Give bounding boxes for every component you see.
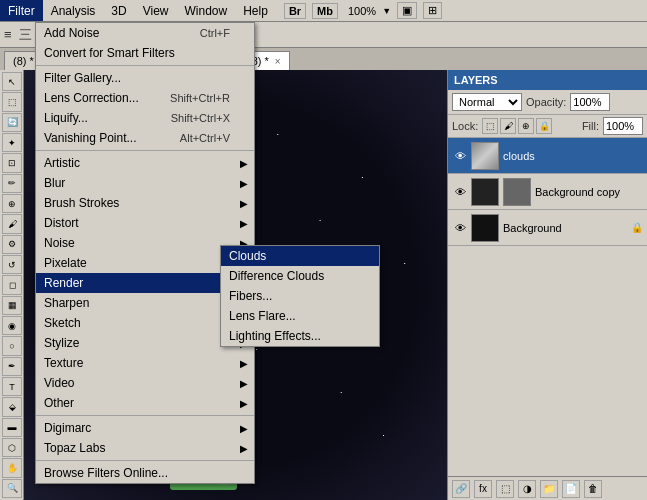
tool-eyedropper[interactable]: ✏ <box>2 174 22 193</box>
tool-dodge[interactable]: ○ <box>2 336 22 355</box>
divider-2 <box>36 150 254 151</box>
clouds-visibility-icon[interactable]: 👁 <box>452 148 468 164</box>
menubar-view[interactable]: View <box>135 0 177 21</box>
menu-filter-gallery[interactable]: Filter Gallery... <box>36 68 254 88</box>
layer-row-background[interactable]: 👁 Background 🔒 <box>448 210 647 246</box>
menubar-3d[interactable]: 3D <box>103 0 134 21</box>
menu-other[interactable]: Other ▶ <box>36 393 254 413</box>
other-label: Other <box>44 396 74 410</box>
bridge-icon[interactable]: Br <box>284 3 306 19</box>
divider-1 <box>36 65 254 66</box>
layers-title: LAYERS <box>454 74 498 86</box>
tool-history[interactable]: ↺ <box>2 255 22 274</box>
menu-texture[interactable]: Texture ▶ <box>36 353 254 373</box>
lighting-effects-label: Lighting Effects... <box>229 329 321 343</box>
menu-blur[interactable]: Blur ▶ <box>36 173 254 193</box>
menu-add-noise[interactable]: Add Noise Ctrl+F <box>36 23 254 43</box>
menubar-window[interactable]: Window <box>177 0 236 21</box>
tool-gradient[interactable]: ▦ <box>2 296 22 315</box>
tool-blur[interactable]: ◉ <box>2 316 22 335</box>
bg-visibility-icon[interactable]: 👁 <box>452 220 468 236</box>
layers-panel-content: LAYERS Normal Opacity: Lock: ⬚ 🖌 ⊕ 🔒 Fil… <box>448 70 647 500</box>
menu-topaz[interactable]: Topaz Labs ▶ <box>36 438 254 458</box>
media-icon[interactable]: Mb <box>312 3 338 19</box>
blend-mode-select[interactable]: Normal <box>452 93 522 111</box>
tool-lasso[interactable]: 🔄 <box>2 113 22 132</box>
menu-browse-filters[interactable]: Browse Filters Online... <box>36 463 254 483</box>
mask-btn[interactable]: ⬚ <box>496 480 514 498</box>
adjustment-btn[interactable]: ◑ <box>518 480 536 498</box>
tool-pen[interactable]: ✒ <box>2 357 22 376</box>
bg-copy-mask <box>503 178 531 206</box>
bg-thumbnail <box>471 214 499 242</box>
menu-lighting-effects[interactable]: Lighting Effects... <box>221 326 379 346</box>
menu-clouds[interactable]: Clouds <box>221 246 379 266</box>
menu-distort[interactable]: Distort ▶ <box>36 213 254 233</box>
tool-shape[interactable]: ▬ <box>2 418 22 437</box>
opacity-label: Opacity: <box>526 96 566 108</box>
layers-blend-row: Normal Opacity: <box>448 90 647 115</box>
menubar-help[interactable]: Help <box>235 0 276 21</box>
lock-transparent-btn[interactable]: ⬚ <box>482 118 498 134</box>
fill-input[interactable] <box>603 117 643 135</box>
vanishing-point-label: Vanishing Point... <box>44 131 137 145</box>
tool-type[interactable]: T <box>2 377 22 396</box>
menu-convert-smart[interactable]: Convert for Smart Filters <box>36 43 254 63</box>
menubar-filter[interactable]: Filter <box>0 0 43 21</box>
tool-marquee[interactable]: ⬚ <box>2 92 22 111</box>
menu-vanishing-point[interactable]: Vanishing Point... Alt+Ctrl+V <box>36 128 254 148</box>
tool-crop[interactable]: ⊡ <box>2 153 22 172</box>
artistic-arrow-icon: ▶ <box>240 158 248 169</box>
menu-video[interactable]: Video ▶ <box>36 373 254 393</box>
menu-difference-clouds[interactable]: Difference Clouds <box>221 266 379 286</box>
menu-digimarc[interactable]: Digimarc ▶ <box>36 418 254 438</box>
view-mode2-icon[interactable]: ⊞ <box>423 2 442 19</box>
topaz-label: Topaz Labs <box>44 441 105 455</box>
digimarc-arrow-icon: ▶ <box>240 423 248 434</box>
menu-fibers[interactable]: Fibers... <box>221 286 379 306</box>
menu-lens-correction[interactable]: Lens Correction... Shift+Ctrl+R <box>36 88 254 108</box>
background-layer-name: Background <box>503 222 629 234</box>
digimarc-label: Digimarc <box>44 421 91 435</box>
lock-position-btn[interactable]: ⊕ <box>518 118 534 134</box>
clouds-layer-name: clouds <box>503 150 643 162</box>
new-layer-btn[interactable]: 📄 <box>562 480 580 498</box>
vanishing-point-shortcut: Alt+Ctrl+V <box>180 132 230 144</box>
convert-smart-label: Convert for Smart Filters <box>44 46 175 60</box>
tool-move[interactable]: ↖ <box>2 72 22 91</box>
tool-brush[interactable]: 🖌 <box>2 214 22 233</box>
background-lock-icon: 🔒 <box>631 222 643 233</box>
opacity-input[interactable] <box>570 93 610 111</box>
layer-row-clouds[interactable]: 👁 clouds <box>448 138 647 174</box>
tool-wand[interactable]: ✦ <box>2 133 22 152</box>
tool-path[interactable]: ⬙ <box>2 397 22 416</box>
tool-hand[interactable]: ✋ <box>2 458 22 477</box>
layer-row-bg-copy[interactable]: 👁 Background copy <box>448 174 647 210</box>
distort-arrow-icon: ▶ <box>240 218 248 229</box>
link-layers-btn[interactable]: 🔗 <box>452 480 470 498</box>
menu-lens-flare[interactable]: Lens Flare... <box>221 306 379 326</box>
lock-all-btn[interactable]: 🔒 <box>536 118 552 134</box>
tab2-close-icon[interactable]: × <box>275 56 281 67</box>
layers-panel-header: LAYERS <box>448 70 647 90</box>
view-mode-icon[interactable]: ▣ <box>397 2 417 19</box>
menu-brush-strokes[interactable]: Brush Strokes ▶ <box>36 193 254 213</box>
menu-liquify[interactable]: Liquify... Shift+Ctrl+X <box>36 108 254 128</box>
tool-clone[interactable]: ⚙ <box>2 235 22 254</box>
lock-paint-btn[interactable]: 🖌 <box>500 118 516 134</box>
zoom-dropdown-icon[interactable]: ▼ <box>382 6 391 16</box>
tool-zoom[interactable]: 🔍 <box>2 479 22 498</box>
fx-btn[interactable]: fx <box>474 480 492 498</box>
delete-layer-btn[interactable]: 🗑 <box>584 480 602 498</box>
lock-label: Lock: <box>452 120 478 132</box>
lock-icons-group: ⬚ 🖌 ⊕ 🔒 <box>482 118 552 134</box>
menu-artistic[interactable]: Artistic ▶ <box>36 153 254 173</box>
artistic-label: Artistic <box>44 156 80 170</box>
group-btn[interactable]: 📁 <box>540 480 558 498</box>
tool-eraser[interactable]: ◻ <box>2 275 22 294</box>
tool-3d[interactable]: ⬡ <box>2 438 22 457</box>
tool-heal[interactable]: ⊕ <box>2 194 22 213</box>
add-noise-label: Add Noise <box>44 26 99 40</box>
menubar-analysis[interactable]: Analysis <box>43 0 104 21</box>
bg-copy-visibility-icon[interactable]: 👁 <box>452 184 468 200</box>
